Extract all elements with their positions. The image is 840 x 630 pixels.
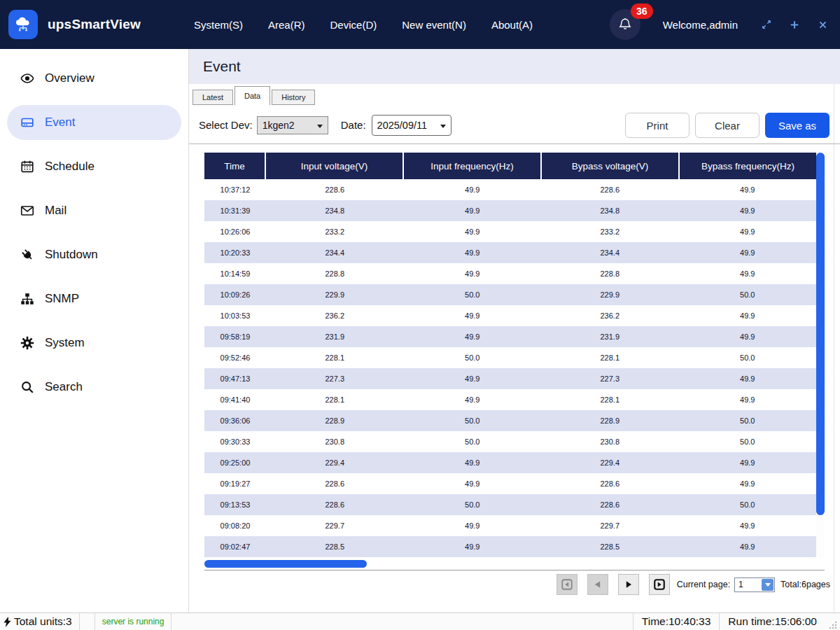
table-row[interactable]: 10:03:53236.249.9236.249.9 — [204, 305, 816, 326]
previous-page-button[interactable] — [587, 574, 608, 595]
vertical-scrollbar-thumb[interactable] — [816, 153, 825, 515]
table-row[interactable]: 10:20:33234.449.9234.449.9 — [204, 242, 816, 263]
table-cell: 230.8 — [266, 431, 404, 452]
sidebar-item-label: Event — [45, 115, 75, 130]
first-page-button[interactable] — [556, 574, 578, 595]
tab-latest[interactable]: Latest — [192, 90, 233, 105]
pagination: Current page: 1 Total:6pages — [556, 574, 830, 595]
clear-button[interactable]: Clear — [695, 113, 760, 138]
table-cell: 09:19:27 — [204, 473, 266, 494]
sidebar-item-shutdown[interactable]: Shutdown — [7, 237, 181, 272]
column-header: Input voltage(V) — [266, 153, 404, 179]
table-cell: 49.9 — [404, 263, 542, 284]
sidebar-item-schedule[interactable]: Schedule — [7, 149, 181, 184]
table-cell: 228.9 — [266, 410, 404, 431]
table-cell: 227.3 — [266, 368, 404, 389]
sidebar-item-system[interactable]: System — [7, 326, 181, 360]
date-label: Date: — [341, 119, 366, 131]
table-cell: 233.2 — [266, 221, 404, 242]
table-row[interactable]: 10:09:26229.950.0229.950.0 — [204, 284, 816, 305]
table-row[interactable]: 09:52:46228.150.0228.150.0 — [204, 347, 816, 368]
sidebar-item-event[interactable]: Event — [7, 105, 181, 140]
minimize-icon[interactable] — [762, 20, 771, 29]
table-row[interactable]: 09:25:00229.449.9229.449.9 — [204, 452, 816, 473]
table-cell: 49.9 — [404, 452, 542, 473]
sidebar-item-snmp[interactable]: SNMP — [7, 281, 181, 316]
table-cell: 49.9 — [679, 179, 817, 200]
column-header: Time — [204, 153, 266, 179]
notification-button[interactable]: 36 — [610, 9, 640, 40]
table-row[interactable]: 10:26:06233.249.9233.249.9 — [204, 221, 816, 242]
gear-icon — [20, 335, 35, 351]
table-cell: 50.0 — [679, 347, 817, 368]
select-dev-label: Select Dev: — [199, 119, 253, 131]
table-cell: 49.9 — [679, 452, 817, 473]
table-row[interactable]: 10:31:39234.849.9234.849.9 — [204, 200, 816, 221]
menu-system[interactable]: System(S) — [194, 19, 243, 31]
table-cell: 49.9 — [679, 221, 817, 242]
table-cell: 09:52:46 — [204, 347, 266, 368]
print-button[interactable]: Print — [625, 113, 690, 138]
table-cell: 231.9 — [541, 326, 679, 347]
horizontal-scrollbar-thumb[interactable] — [204, 560, 367, 568]
cloud-network-icon — [13, 15, 33, 34]
table-row[interactable]: 09:47:13227.349.9227.349.9 — [204, 368, 816, 389]
table-row[interactable]: 09:02:47228.549.9228.549.9 — [204, 536, 816, 557]
date-picker[interactable]: 2025/09/11 — [372, 115, 451, 136]
sidebar-item-overview[interactable]: Overview — [7, 61, 181, 96]
menu-area[interactable]: Area(R) — [268, 19, 305, 31]
table-row[interactable]: 09:13:53228.650.0228.650.0 — [204, 494, 816, 515]
next-page-button[interactable] — [618, 574, 639, 595]
table-cell: 233.2 — [541, 221, 679, 242]
table-body: 10:37:12228.649.9228.649.910:31:39234.84… — [204, 179, 816, 557]
last-page-button[interactable] — [649, 574, 670, 595]
current-page-label: Current page: — [677, 580, 730, 589]
main-menu: System(S) Area(R) Device(D) New event(N)… — [194, 19, 533, 31]
table-row[interactable]: 09:08:20229.749.9229.749.9 — [204, 515, 816, 536]
app-logo — [8, 10, 38, 39]
table-row[interactable]: 10:37:12228.649.9228.649.9 — [204, 179, 816, 200]
table-cell: 49.9 — [679, 200, 817, 221]
maximize-icon[interactable] — [790, 20, 799, 29]
horizontal-scrollbar[interactable] — [204, 560, 816, 568]
total-units-text: Total units:3 — [14, 615, 72, 628]
vertical-scrollbar[interactable] — [816, 153, 825, 557]
table-cell: 230.8 — [541, 431, 679, 452]
current-time-text: Time:10:40:33 — [633, 613, 720, 630]
table-cell: 49.9 — [404, 179, 542, 200]
status-bar: Total units:3 server is running Time:10:… — [0, 612, 840, 630]
table-row[interactable]: 09:36:06228.950.0228.950.0 — [204, 410, 816, 431]
table-cell: 228.6 — [541, 494, 679, 515]
menu-new-event[interactable]: New event(N) — [402, 19, 466, 31]
table-row[interactable]: 09:58:19231.949.9231.949.9 — [204, 326, 816, 347]
table-cell: 229.4 — [541, 452, 679, 473]
device-select[interactable]: 1kgen2 — [257, 116, 328, 134]
table-cell: 228.6 — [266, 179, 404, 200]
table-cell: 09:41:40 — [204, 389, 266, 410]
page-title: Event — [203, 58, 241, 75]
save-as-button[interactable]: Save as — [765, 113, 830, 138]
sidebar-item-label: SNMP — [45, 292, 79, 306]
sidebar-item-mail[interactable]: Mail — [7, 193, 181, 228]
filter-controls-row: Select Dev: 1kgen2 Date: 2025/09/11 Prin… — [189, 106, 840, 144]
table-cell: 50.0 — [404, 347, 542, 368]
status-left: Total units:3 server is running — [0, 613, 172, 630]
resize-grip[interactable] — [828, 620, 838, 630]
sidebar-item-search[interactable]: Search — [7, 370, 181, 405]
lightning-icon — [3, 616, 12, 628]
table-row[interactable]: 09:19:27228.649.9228.649.9 — [204, 473, 816, 494]
tab-history[interactable]: History — [272, 90, 315, 105]
close-icon[interactable] — [818, 20, 827, 29]
page-select[interactable]: 1 — [734, 578, 775, 592]
table-row[interactable]: 09:41:40228.149.9228.149.9 — [204, 389, 816, 410]
table-row[interactable]: 09:30:33230.850.0230.850.0 — [204, 431, 816, 452]
menu-about[interactable]: About(A) — [491, 19, 533, 31]
table-cell: 10:14:59 — [204, 263, 266, 284]
table-cell: 09:36:06 — [204, 410, 266, 431]
menu-device[interactable]: Device(D) — [330, 19, 377, 31]
table-cell: 10:03:53 — [204, 305, 266, 326]
table-cell: 10:20:33 — [204, 242, 266, 263]
tab-data[interactable]: Data — [234, 86, 270, 105]
table-cell: 49.9 — [679, 326, 817, 347]
table-row[interactable]: 10:14:59228.849.9228.849.9 — [204, 263, 816, 284]
